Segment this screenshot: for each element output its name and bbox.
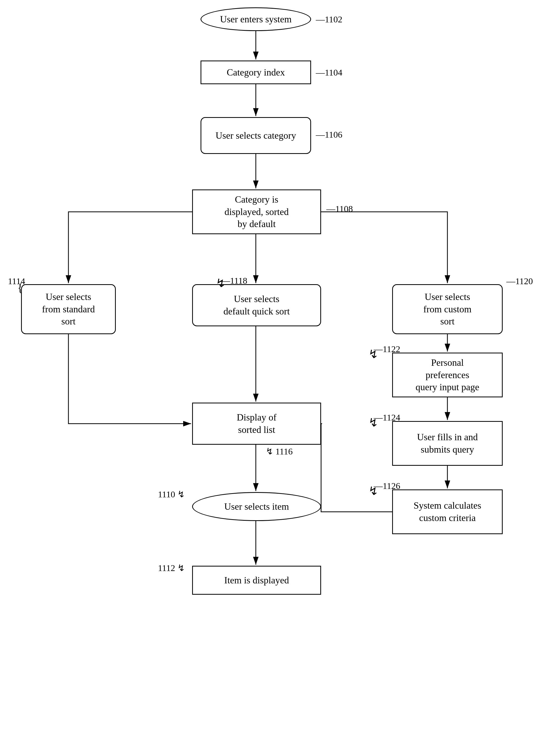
ref-1124-curve: ↯ bbox=[368, 416, 378, 430]
node-label: User enters system bbox=[220, 13, 292, 25]
ref-1110: 1110 ↯ bbox=[158, 489, 185, 500]
node-default-quick-sort: User selectsdefault quick sort bbox=[192, 284, 321, 326]
arrow-1108-1120 bbox=[321, 212, 447, 283]
ref-1112: 1112 ↯ bbox=[158, 563, 185, 573]
ref-1120: —1120 bbox=[506, 276, 533, 286]
node-standard-sort: User selectsfrom standardsort bbox=[21, 284, 116, 334]
ref-1102: —1102 bbox=[316, 15, 342, 24]
node-item-displayed: Item is displayed bbox=[192, 566, 321, 595]
node-category-displayed: Category isdisplayed, sortedby default bbox=[192, 189, 321, 234]
node-user-enters-system: User enters system bbox=[201, 7, 311, 31]
node-custom-sort: User selectsfrom customsort bbox=[392, 284, 503, 334]
ref-1126-curve: ↯ bbox=[368, 484, 378, 498]
node-fills-submits-query: User fills in andsubmits query bbox=[392, 421, 503, 466]
node-label: User selects item bbox=[224, 501, 289, 513]
node-calculates-criteria: System calculatescustom criteria bbox=[392, 489, 503, 534]
node-label: Category index bbox=[227, 66, 285, 79]
node-label: User selectsdefault quick sort bbox=[223, 293, 290, 318]
node-user-selects-item: User selects item bbox=[192, 492, 321, 521]
node-label: Display ofsorted list bbox=[237, 411, 276, 436]
arrow-1126-1116 bbox=[321, 423, 392, 512]
node-label: Personalpreferencesquery input page bbox=[416, 357, 479, 393]
node-label: User selectsfrom customsort bbox=[423, 291, 472, 328]
ref-1108: —1108 bbox=[326, 204, 353, 214]
ref-1104: —1104 bbox=[316, 68, 342, 77]
ref-1118-curve: ↯ bbox=[216, 276, 226, 290]
node-label: Item is displayed bbox=[224, 574, 289, 587]
ref-1106: —1106 bbox=[316, 130, 342, 140]
node-label: System calculatescustom criteria bbox=[414, 500, 482, 524]
diagram-container: User enters system —1102 Category index … bbox=[0, 0, 559, 756]
node-label: User selectsfrom standardsort bbox=[42, 291, 95, 328]
node-personal-preferences: Personalpreferencesquery input page bbox=[392, 352, 503, 397]
ref-1116: ↯ 1116 bbox=[266, 446, 293, 457]
arrow-1114-1116 bbox=[68, 334, 191, 423]
node-label: User fills in andsubmits query bbox=[417, 431, 478, 456]
arrow-1108-1114 bbox=[68, 212, 192, 283]
node-category-index: Category index bbox=[201, 61, 311, 84]
node-user-selects-category: User selects category bbox=[201, 117, 311, 154]
node-display-sorted-list: Display ofsorted list bbox=[192, 403, 321, 445]
node-label: Category isdisplayed, sortedby default bbox=[224, 193, 289, 230]
ref-1122-curve: ↯ bbox=[368, 347, 378, 361]
node-label: User selects category bbox=[216, 130, 296, 142]
ref-1114-brace: { bbox=[17, 281, 23, 295]
